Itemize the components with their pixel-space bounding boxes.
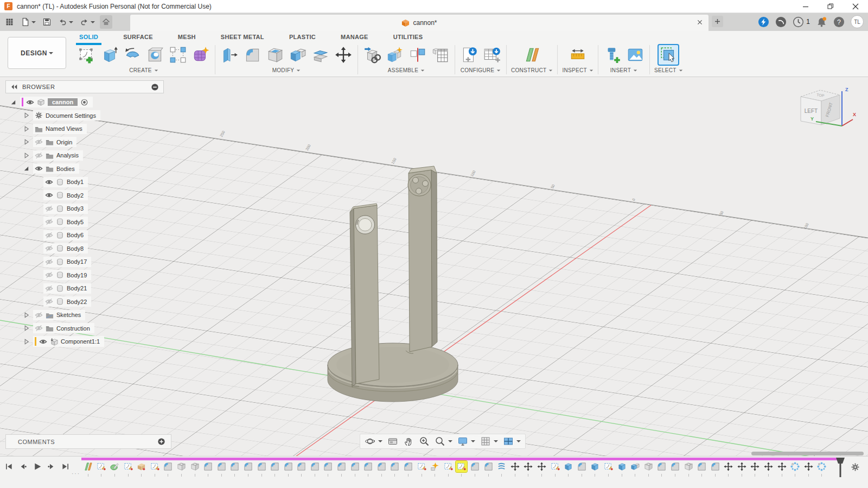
- tool-pattern-button[interactable]: [168, 45, 188, 65]
- timeline-feature-21[interactable]: [348, 461, 362, 477]
- tool-extrude-button[interactable]: [100, 45, 119, 65]
- timeline-feature-icon-wrap[interactable]: [710, 461, 721, 472]
- visibility-off-icon[interactable]: [35, 151, 43, 160]
- feature-move-icon[interactable]: [523, 461, 533, 472]
- tool-bom-button[interactable]: [431, 45, 450, 65]
- redo-button[interactable]: [78, 15, 97, 29]
- timeline-feature-icon-wrap[interactable]: [362, 461, 374, 472]
- feature-sketch-icon[interactable]: [150, 461, 160, 472]
- user-avatar[interactable]: TL: [851, 15, 864, 28]
- visibility-off-icon[interactable]: [45, 297, 53, 306]
- timeline-feature-15[interactable]: [268, 461, 282, 477]
- tree-item-label[interactable]: Body8: [67, 245, 84, 252]
- timeline-feature-49[interactable]: [722, 461, 736, 477]
- feature-extrude-icon[interactable]: [590, 461, 600, 472]
- feature-move-icon[interactable]: [803, 461, 814, 472]
- comments-plus-circle-icon[interactable]: [157, 438, 165, 446]
- visibility-off-icon[interactable]: [45, 218, 53, 226]
- timeline-feature-icon-wrap[interactable]: [403, 461, 414, 472]
- tree-item-label[interactable]: cannon: [48, 98, 78, 106]
- timeline-feature-51[interactable]: [749, 461, 762, 477]
- tree-item-origin[interactable]: Origin: [5, 136, 164, 149]
- timeline-feature-11[interactable]: [215, 461, 228, 477]
- feature-fillet-icon[interactable]: [283, 461, 293, 472]
- notifications-bell-icon[interactable]: [816, 16, 827, 28]
- tool-combine-button[interactable]: [288, 45, 308, 65]
- timeline-feature-36[interactable]: [548, 461, 562, 477]
- visibility-off-icon[interactable]: [35, 138, 43, 146]
- feature-fillet-icon[interactable]: [363, 461, 373, 472]
- tree-item-label[interactable]: Body5: [67, 219, 84, 225]
- expander-closed-icon[interactable]: [23, 112, 30, 119]
- tree-item-cannon[interactable]: cannon: [5, 96, 164, 109]
- tree-item-body17[interactable]: Body17: [5, 255, 164, 269]
- feature-shell-icon[interactable]: [643, 461, 654, 472]
- timeline-step-fwd-button[interactable]: [47, 462, 56, 471]
- minimize-button[interactable]: [793, 0, 818, 12]
- timeline-feature-34[interactable]: [522, 461, 535, 477]
- timeline-scrollbar[interactable]: [751, 452, 864, 455]
- help-icon[interactable]: ?: [833, 16, 845, 28]
- timeline-feature-52[interactable]: [762, 461, 775, 477]
- timeline-feature-25[interactable]: [401, 461, 415, 477]
- tree-item-bodies[interactable]: Bodies: [5, 162, 164, 176]
- tool-plane-button[interactable]: [522, 45, 542, 65]
- tool-config-table-button[interactable]: [482, 45, 502, 65]
- expander-closed-icon[interactable]: [23, 152, 30, 159]
- navbar-look-at-button[interactable]: [387, 436, 398, 447]
- timeline-feature-icon-wrap[interactable]: [629, 461, 641, 472]
- timeline-feature-44[interactable]: [655, 461, 669, 477]
- expander-closed-icon[interactable]: [23, 325, 30, 332]
- timeline-feature-55[interactable]: [802, 461, 815, 477]
- new-tab-button[interactable]: [712, 16, 723, 27]
- feature-fillet-icon[interactable]: [229, 461, 240, 472]
- timeline-feature-56[interactable]: [815, 461, 829, 477]
- timeline-feature-20[interactable]: [335, 461, 348, 477]
- timeline-feature-12[interactable]: [228, 461, 242, 477]
- feature-move-icon[interactable]: [763, 461, 774, 472]
- timeline-feature-8[interactable]: [175, 461, 188, 477]
- timeline-feature-26[interactable]: [415, 461, 429, 477]
- tree-item-named-views[interactable]: Named Views: [5, 122, 164, 136]
- timeline-feature-icon-wrap[interactable]: [229, 461, 240, 472]
- timeline-feature-27[interactable]: [428, 461, 442, 477]
- ribbon-group-label-select[interactable]: SELECT: [654, 67, 683, 73]
- tool-form-button[interactable]: [191, 45, 210, 65]
- timeline-feature-icon-wrap[interactable]: [736, 461, 748, 472]
- timeline-feature-41[interactable]: [615, 461, 629, 477]
- feature-combine-icon[interactable]: [630, 461, 640, 472]
- timeline-gear-icon[interactable]: [851, 462, 860, 472]
- feature-fillet-icon[interactable]: [270, 461, 280, 472]
- tree-item-label[interactable]: Component1:1: [61, 338, 100, 345]
- tree-item-body21[interactable]: Body21: [5, 282, 164, 295]
- timeline-feature-icon-wrap[interactable]: [816, 461, 827, 472]
- feature-form-icon[interactable]: [110, 461, 120, 472]
- feature-sketch-icon[interactable]: [96, 461, 106, 472]
- feature-sketch-icon[interactable]: [550, 461, 560, 472]
- tool-move-button[interactable]: [334, 45, 353, 65]
- feature-fillet-icon[interactable]: [390, 461, 400, 472]
- timeline-feature-19[interactable]: [322, 461, 335, 477]
- timeline-feature-37[interactable]: [561, 461, 575, 477]
- timeline-feature-32[interactable]: [495, 461, 508, 477]
- tree-item-body1[interactable]: Body1: [5, 175, 164, 189]
- timeline-feature-icon-wrap[interactable]: [776, 461, 788, 472]
- timeline-feature-icon-wrap[interactable]: [176, 461, 187, 472]
- file-menu-button[interactable]: [19, 15, 37, 29]
- expander-glyph[interactable]: [23, 138, 30, 145]
- timeline-feature-icon-wrap[interactable]: [550, 461, 561, 472]
- tree-item-document-settings[interactable]: Document Settings: [5, 109, 164, 123]
- timeline-feature-28[interactable]: [442, 461, 455, 477]
- timeline-feature-icon-wrap[interactable]: [763, 461, 774, 472]
- feature-star-icon[interactable]: [430, 461, 440, 472]
- feature-fillet-icon[interactable]: [656, 461, 667, 472]
- tree-item-label[interactable]: Bodies: [56, 166, 75, 172]
- timeline-feature-3[interactable]: [108, 461, 122, 477]
- feature-fillet-icon[interactable]: [243, 461, 253, 472]
- feature-fillet-icon[interactable]: [376, 461, 387, 472]
- tree-item-body2[interactable]: Body2: [5, 189, 164, 202]
- feature-move-icon[interactable]: [750, 461, 760, 472]
- feature-move-icon[interactable]: [723, 461, 733, 472]
- tool-hole-button[interactable]: [145, 45, 165, 65]
- close-window-button[interactable]: [843, 0, 868, 12]
